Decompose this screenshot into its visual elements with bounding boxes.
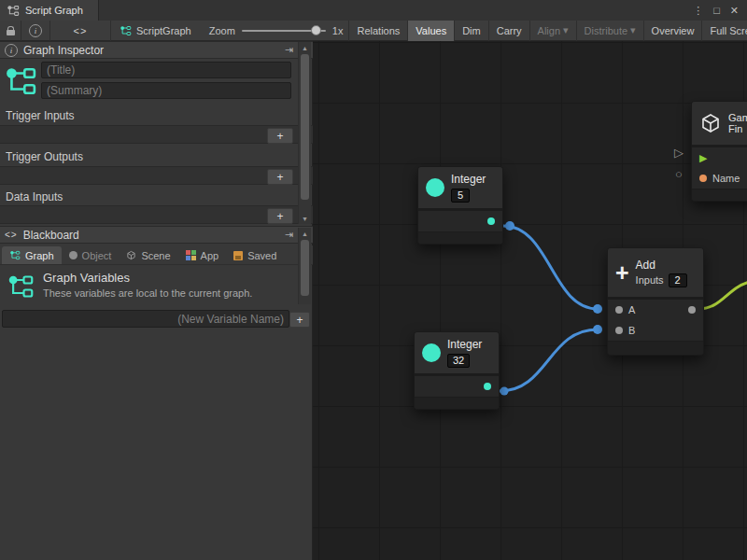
graph-inspector-title: Graph Inspector (23, 44, 104, 57)
node-add[interactable]: + Add Inputs 2 A B (607, 247, 704, 356)
window-close-icon[interactable]: ✕ (730, 6, 739, 16)
add-data-input-button[interactable]: + (267, 208, 293, 224)
output-port[interactable] (484, 383, 491, 390)
add-variable-button[interactable]: + (289, 312, 310, 328)
node-footer (415, 397, 499, 409)
scroll-up-icon[interactable]: ▲ (299, 228, 311, 239)
saved-icon (233, 251, 243, 260)
node-header[interactable]: + Add Inputs 2 (608, 248, 703, 297)
relations-label: Relations (357, 25, 400, 36)
output-port[interactable] (487, 217, 495, 225)
node-find[interactable]: Gam Fin ▶ Name (691, 101, 747, 202)
breadcrumb[interactable]: ScriptGraph (111, 21, 200, 41)
input-port-b[interactable] (615, 327, 623, 334)
input-port-a[interactable] (615, 306, 623, 314)
node-ports (415, 376, 499, 397)
tab-script-graph[interactable]: Script Graph (0, 0, 99, 21)
name-port-label: Name (712, 173, 740, 184)
node-header[interactable]: Gam Fin (692, 102, 747, 145)
distribute-button[interactable]: Distribute ▾ (577, 21, 643, 41)
overview-label: Overview (652, 25, 695, 36)
node-footer (692, 189, 747, 201)
node-header[interactable]: Integer 32 (415, 332, 499, 373)
blackboard-tabs: Graph Object Scene App Sa (0, 245, 313, 265)
node-integer-32[interactable]: Integer 32 (414, 331, 500, 410)
values-button[interactable]: Values (408, 21, 454, 41)
tab-app[interactable]: App (178, 246, 227, 264)
tab-graph-label: Graph (25, 250, 54, 261)
zoom-slider-handle[interactable] (311, 25, 321, 35)
data-inputs-label: Data Inputs (6, 190, 63, 203)
inputs-count-field[interactable]: 2 (669, 273, 687, 287)
name-input-port[interactable] (699, 175, 707, 182)
node-integer-5[interactable]: Integer 5 (417, 166, 503, 245)
data-inputs-list: + (0, 205, 313, 224)
wire-integer32-to-b (500, 329, 598, 391)
fullscreen-label: Full Screen (710, 25, 747, 36)
wire-endpoint (593, 304, 602, 314)
blackboard-scrollbar[interactable]: ▲ (298, 228, 311, 304)
trigger-outputs-list: + (0, 166, 313, 185)
node-title: Integer (447, 338, 482, 351)
tab-object[interactable]: Object (62, 246, 120, 264)
overview-button[interactable]: Overview (644, 21, 702, 41)
align-button[interactable]: Align ▾ (530, 21, 576, 41)
blackboard-scrollbar-thumb[interactable] (301, 240, 309, 296)
integer-value-field[interactable]: 32 (447, 354, 470, 368)
zoom-slider[interactable] (242, 21, 326, 41)
node-ports (418, 211, 502, 231)
output-port[interactable] (688, 306, 696, 314)
align-label: Align (538, 25, 560, 36)
zoom-label: Zoom (209, 25, 235, 36)
app-icon (186, 250, 196, 260)
node-ports: A B (608, 300, 703, 341)
zoom-value: 1x (332, 25, 344, 36)
flow-input-port-icon[interactable]: ▶ (699, 153, 707, 163)
graph-icon (7, 5, 20, 17)
inspector-scrollbar-thumb[interactable] (301, 54, 309, 200)
add-trigger-input-button[interactable]: + (267, 128, 293, 144)
title-field[interactable] (41, 62, 291, 78)
dim-button[interactable]: Dim (455, 21, 488, 41)
chevron-down-icon: ▾ (563, 24, 569, 36)
tab-object-label: Object (82, 250, 112, 261)
relations-button[interactable]: Relations (349, 21, 407, 41)
trigger-inputs-list: + (0, 125, 313, 144)
tab-scene[interactable]: Scene (119, 246, 177, 264)
summary-field[interactable] (41, 82, 291, 99)
graph-icon (120, 25, 132, 36)
dock-icon[interactable]: ⇥ (285, 44, 293, 56)
graph-canvas[interactable]: Integer 5 Integer 32 (313, 41, 747, 560)
carry-label: Carry (497, 25, 522, 36)
scroll-up-icon[interactable]: ▲ (299, 42, 311, 53)
add-trigger-output-button[interactable]: + (267, 169, 293, 185)
tab-saved[interactable]: Saved (226, 246, 284, 264)
window-menu-icon[interactable]: ⋮ (693, 6, 703, 16)
node-title-line2: Fin (728, 123, 742, 134)
carry-button[interactable]: Carry (489, 21, 529, 41)
fullscreen-button[interactable]: Full Screen (702, 21, 747, 41)
new-variable-input[interactable] (2, 310, 289, 328)
dock-icon[interactable]: ⇥ (285, 229, 293, 241)
tab-app-label: App (201, 250, 219, 261)
integer-icon (422, 343, 441, 362)
node-title: Integer (451, 173, 486, 186)
node-header[interactable]: Integer 5 (418, 167, 502, 208)
value-port-outline-icon[interactable]: ○ (675, 168, 683, 180)
integer-icon (426, 178, 444, 197)
node-footer (418, 231, 502, 244)
lock-icon (7, 30, 15, 35)
lock-button[interactable] (0, 21, 21, 41)
tab-saved-label: Saved (247, 250, 276, 261)
inspect-button[interactable]: i (21, 21, 49, 41)
integer-value-field[interactable]: 5 (451, 189, 470, 203)
scroll-down-icon[interactable]: ▼ (299, 213, 311, 224)
tab-graph[interactable]: Graph (2, 246, 62, 264)
inspector-scrollbar[interactable]: ▲ ▼ (298, 42, 311, 224)
graph-icon (5, 63, 36, 99)
graph-variables-title: Graph Variables (43, 271, 304, 285)
flow-port-outline-icon[interactable]: ▷ (674, 147, 684, 159)
edit-graph-button[interactable]: <> (50, 21, 110, 41)
window-maximize-icon[interactable]: □ (713, 6, 720, 16)
blackboard-title: Blackboard (23, 229, 79, 242)
